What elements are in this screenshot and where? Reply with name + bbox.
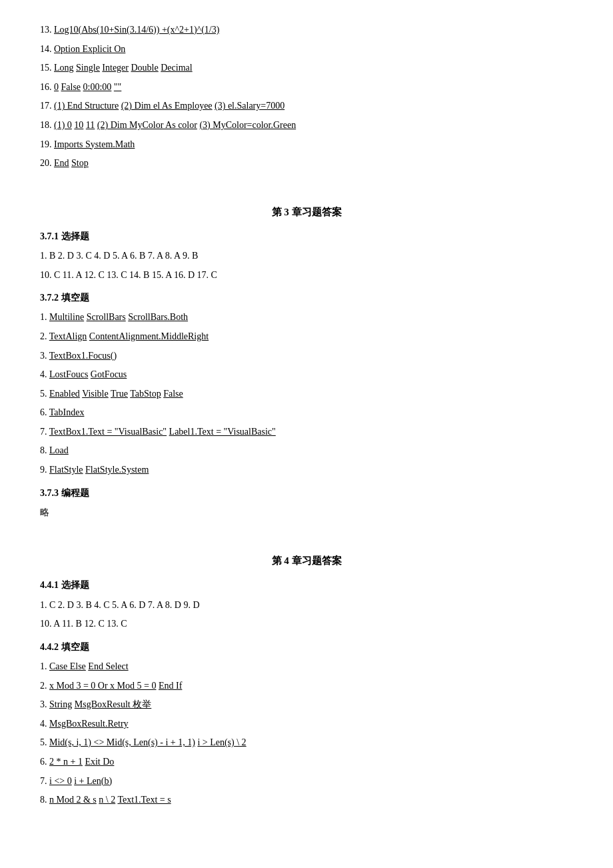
line-item: 19. Imports System.Math	[40, 136, 573, 154]
fill-item: 6. 2 * n + 1 Exit Do	[40, 753, 573, 771]
fill-item: 7. TextBox1.Text = "VisualBasic" Label1.…	[40, 423, 573, 441]
fill-item: 5. Mid(s, i, 1) <> Mid(s, Len(s) - i + 1…	[40, 734, 573, 752]
fill-item: 3. String MsgBoxResult 枚举	[40, 696, 573, 714]
fill-item: 8. Load	[40, 442, 573, 460]
extra-text: 略	[40, 504, 573, 522]
subsection-title: 3.7.1 选择题	[40, 228, 573, 245]
line-item: 17. (1) End Structure (2) Dim el As Empl…	[40, 97, 573, 115]
subsection-title: 3.7.2 填空题	[40, 289, 573, 306]
line-item: 15. Long Single Integer Double Decimal	[40, 59, 573, 77]
chapter-title: 第 4 章习题答案	[40, 552, 573, 570]
fill-item: 1. Multiline ScrollBars ScrollBars.Both	[40, 309, 573, 327]
line-item: 18. (1) 0 10 11 (2) Dim MyColor As color…	[40, 117, 573, 135]
fill-item: 1. Case Else End Select	[40, 658, 573, 676]
line-item: 14. Option Explicit On	[40, 41, 573, 59]
line-item: 13. Log10(Abs(10+Sin(3.14/6)) +(x^2+1)^(…	[40, 21, 573, 39]
line-item: 20. End Stop	[40, 155, 573, 173]
fill-item: 4. MsgBoxResult.Retry	[40, 715, 573, 733]
chapter-title: 第 3 章习题答案	[40, 203, 573, 221]
fill-item: 3. TextBox1.Focus()	[40, 347, 573, 365]
fill-item: 4. LostFoucs GotFocus	[40, 366, 573, 384]
answer-line: 10. C 11. A 12. C 13. C 14. B 15. A 16. …	[40, 267, 573, 285]
fill-item: 2. TextAlign ContentAlignment.MiddleRigh…	[40, 328, 573, 346]
fill-item: 9. FlatStyle FlatStyle.System	[40, 461, 573, 479]
answer-line: 1. B 2. D 3. C 4. D 5. A 6. B 7. A 8. A …	[40, 247, 573, 265]
line-item: 16. 0 False 0:00:00 ""	[40, 79, 573, 97]
subsection-title: 4.4.2 填空题	[40, 639, 573, 655]
fill-item: 6. TabIndex	[40, 404, 573, 422]
fill-item: 8. n Mod 2 & s n \ 2 Text1.Text = s	[40, 791, 573, 809]
subsection-title: 4.4.1 选择题	[40, 577, 573, 593]
fill-item: 5. Enabled Visible True TabStop False	[40, 385, 573, 403]
lines-section: 13. Log10(Abs(10+Sin(3.14/6)) +(x^2+1)^(…	[40, 21, 573, 173]
answer-line: 10. A 11. B 12. C 13. C	[40, 615, 573, 633]
subsection-title: 3.7.3 编程题	[40, 485, 573, 501]
fill-item: 7. i <> 0 i + Len(b)	[40, 773, 573, 791]
chapter4-section: 第 4 章习题答案4.4.1 选择题1. C 2. D 3. B 4. C 5.…	[40, 523, 573, 809]
fill-item: 2. x Mod 3 = 0 Or x Mod 5 = 0 End If	[40, 677, 573, 695]
answer-line: 1. C 2. D 3. B 4. C 5. A 6. D 7. A 8. D …	[40, 597, 573, 615]
chapter3-section: 第 3 章习题答案3.7.1 选择题1. B 2. D 3. C 4. D 5.…	[40, 174, 573, 522]
